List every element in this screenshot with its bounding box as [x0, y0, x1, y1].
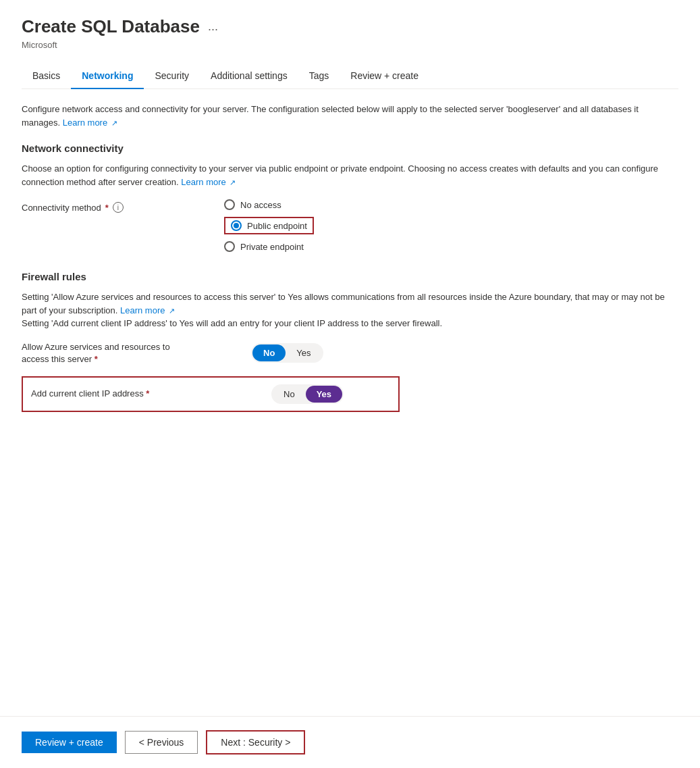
radio-no-access[interactable]: No access: [224, 199, 314, 210]
client-ip-required: *: [146, 388, 149, 399]
client-ip-row: Add current client IP address * No Yes: [22, 376, 400, 412]
client-ip-toggle: No Yes: [271, 384, 344, 404]
tab-networking[interactable]: Networking: [71, 63, 144, 89]
radio-public-endpoint-box: Public endpoint: [224, 217, 314, 234]
firewall-rules-title: Firewall rules: [22, 271, 678, 282]
firewall-rules-description: Setting 'Allow Azure services and resour…: [22, 290, 678, 330]
allow-azure-required: *: [95, 354, 98, 364]
firewall-learn-more[interactable]: Learn more ↗: [120, 305, 175, 315]
radio-public-endpoint[interactable]: Public endpoint: [224, 217, 314, 234]
tab-additional-settings[interactable]: Additional settings: [200, 63, 298, 89]
ellipsis-menu[interactable]: ...: [208, 20, 218, 34]
page-header: Create SQL Database ... Microsoft: [22, 16, 678, 50]
client-ip-yes-btn[interactable]: Yes: [306, 386, 342, 403]
radio-private-endpoint-input[interactable]: [224, 241, 235, 252]
radio-private-endpoint[interactable]: Private endpoint: [224, 241, 314, 252]
required-indicator: *: [105, 203, 109, 213]
external-link-icon-2: ↗: [230, 178, 236, 186]
client-ip-no-btn[interactable]: No: [273, 386, 306, 403]
connectivity-radio-group: No access Public endpoint Private endpoi…: [224, 199, 314, 252]
allow-azure-no-btn[interactable]: No: [252, 344, 286, 361]
connectivity-learn-more[interactable]: Learn more ↗: [181, 177, 236, 187]
external-link-icon: ↗: [111, 119, 117, 127]
tab-tags[interactable]: Tags: [298, 63, 340, 89]
tab-bar: Basics Networking Security Additional se…: [22, 63, 678, 89]
connectivity-method-row: Connectivity method * i No access Public…: [22, 199, 678, 252]
radio-public-endpoint-label: Public endpoint: [247, 221, 307, 231]
client-ip-label: Add current client IP address *: [31, 388, 261, 400]
radio-public-endpoint-input[interactable]: [231, 220, 242, 231]
description-learn-more[interactable]: Learn more ↗: [63, 118, 117, 128]
network-connectivity-section: Network connectivity Choose an option fo…: [22, 143, 678, 252]
info-icon[interactable]: i: [113, 202, 124, 213]
tab-review-create[interactable]: Review + create: [340, 63, 429, 89]
footer: Review + create < Previous Next : Securi…: [0, 716, 700, 768]
previous-button[interactable]: < Previous: [125, 731, 198, 754]
page-title: Create SQL Database: [22, 16, 200, 37]
review-create-button[interactable]: Review + create: [22, 732, 117, 753]
external-link-icon-3: ↗: [169, 307, 175, 315]
page-description: Configure network access and connectivit…: [22, 103, 678, 129]
allow-azure-toggle: No Yes: [251, 343, 323, 363]
network-connectivity-title: Network connectivity: [22, 143, 678, 154]
connectivity-method-label: Connectivity method * i: [22, 199, 224, 213]
tab-security[interactable]: Security: [144, 63, 200, 89]
allow-azure-yes-btn[interactable]: Yes: [286, 344, 321, 361]
radio-no-access-label: No access: [240, 200, 281, 210]
radio-private-endpoint-label: Private endpoint: [240, 242, 304, 252]
network-connectivity-description: Choose an option for configuring connect…: [22, 162, 678, 188]
page-subtitle: Microsoft: [22, 40, 678, 50]
allow-azure-label: Allow Azure services and resources toacc…: [22, 341, 251, 365]
firewall-rules-section: Firewall rules Setting 'Allow Azure serv…: [22, 271, 678, 412]
allow-azure-row: Allow Azure services and resources toacc…: [22, 341, 678, 365]
next-security-button[interactable]: Next : Security >: [206, 730, 305, 754]
tab-basics[interactable]: Basics: [22, 63, 71, 89]
radio-no-access-input[interactable]: [224, 199, 235, 210]
